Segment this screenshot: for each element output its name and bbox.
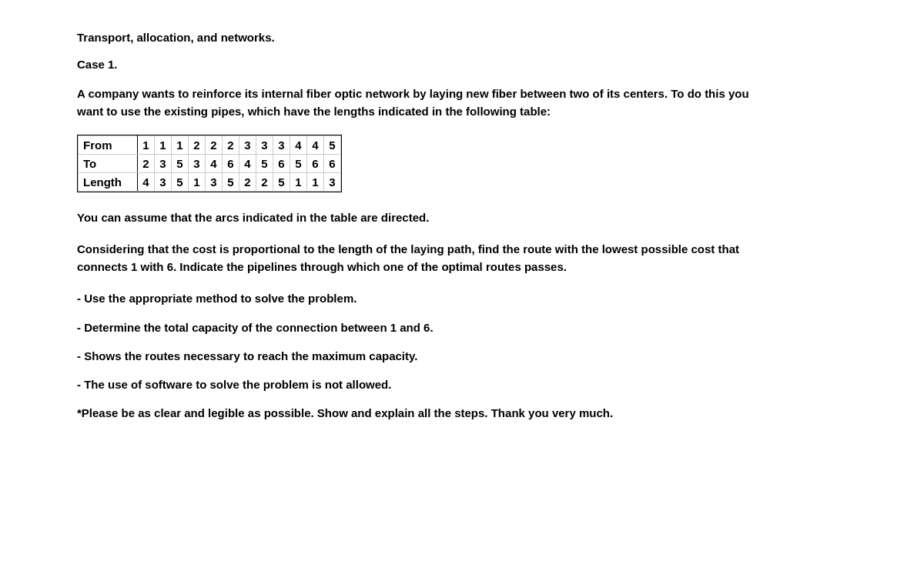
table-label-cell: Length <box>79 172 138 191</box>
table-value-cell: 5 <box>273 172 290 191</box>
table-value-cell: 1 <box>290 172 307 191</box>
table-value-cell: 6 <box>324 154 341 172</box>
table-value-cell: 1 <box>138 135 155 154</box>
bullet-item: - The use of software to solve the probl… <box>77 376 770 393</box>
table-label-cell: To <box>79 154 138 172</box>
case-title: Case 1. <box>77 58 770 71</box>
table-value-cell: 5 <box>172 172 189 191</box>
table-value-cell: 3 <box>206 172 223 191</box>
table-value-cell: 1 <box>189 172 206 191</box>
table-row: To235346456566 <box>79 154 341 172</box>
network-table: From111222333445To235346456566Length4351… <box>78 135 341 192</box>
table-value-cell: 3 <box>273 135 290 154</box>
table-value-cell: 5 <box>172 154 189 172</box>
table-value-cell: 4 <box>307 135 324 154</box>
table-value-cell: 2 <box>138 154 155 172</box>
table-value-cell: 1 <box>307 172 324 191</box>
table-value-cell: 2 <box>189 135 206 154</box>
table-value-cell: 3 <box>189 154 206 172</box>
table-value-cell: 3 <box>324 172 341 191</box>
table-value-cell: 3 <box>256 135 273 154</box>
table-row: From111222333445 <box>79 135 341 154</box>
table-value-cell: 3 <box>155 172 172 191</box>
table-value-cell: 5 <box>324 135 341 154</box>
table-row: Length435135225113 <box>79 172 341 191</box>
bullet-item: - Determine the total capacity of the co… <box>77 319 770 336</box>
table-value-cell: 6 <box>223 154 239 172</box>
arcs-note: You can assume that the arcs indicated i… <box>77 209 770 226</box>
table-value-cell: 1 <box>155 135 172 154</box>
table-value-cell: 3 <box>155 154 172 172</box>
table-value-cell: 5 <box>256 154 273 172</box>
table-value-cell: 1 <box>172 135 189 154</box>
table-value-cell: 5 <box>290 154 307 172</box>
table-value-cell: 2 <box>206 135 223 154</box>
bullet-item: - Use the appropriate method to solve th… <box>77 289 770 307</box>
table-value-cell: 2 <box>223 135 239 154</box>
table-value-cell: 4 <box>206 154 223 172</box>
table-label-cell: From <box>79 135 138 154</box>
bullet-item: - Shows the routes necessary to reach th… <box>77 347 770 365</box>
content-area: Transport, allocation, and networks. Cas… <box>77 31 770 422</box>
page-title: Transport, allocation, and networks. <box>77 31 770 44</box>
table-value-cell: 2 <box>256 172 273 191</box>
table-value-cell: 3 <box>239 135 256 154</box>
table-value-cell: 4 <box>290 135 307 154</box>
table-value-cell: 2 <box>239 172 256 191</box>
table-value-cell: 5 <box>223 172 239 191</box>
table-value-cell: 4 <box>138 172 155 191</box>
data-table-container: From111222333445To235346456566Length4351… <box>77 135 342 192</box>
question-text: Considering that the cost is proportiona… <box>77 240 770 276</box>
closing-note: *Please be as clear and legible as possi… <box>77 404 770 422</box>
table-value-cell: 4 <box>239 154 256 172</box>
intro-paragraph: A company wants to reinforce its interna… <box>77 85 770 121</box>
table-value-cell: 6 <box>307 154 324 172</box>
table-value-cell: 6 <box>273 154 290 172</box>
